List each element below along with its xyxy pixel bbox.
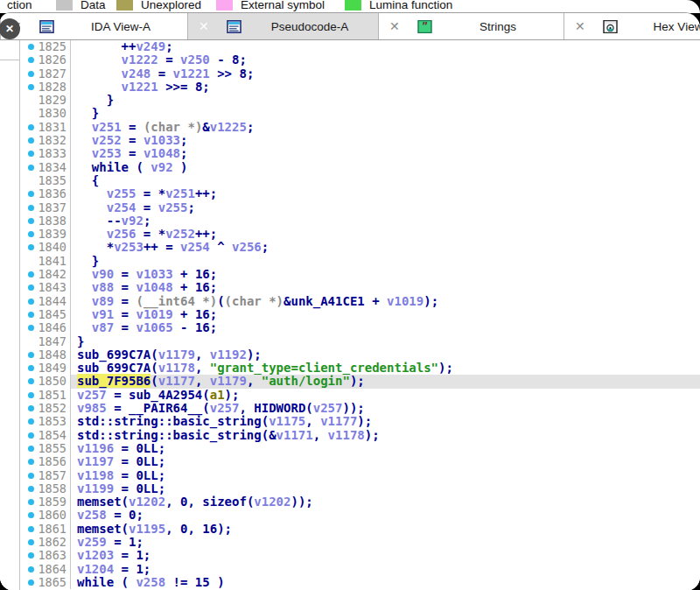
code-line[interactable]: 1842 v90 = v1033 + 16;	[20, 268, 700, 281]
code-text[interactable]: v87 = v1065 - 16;	[71, 321, 700, 334]
code-text[interactable]: std::string::basic_string(&v1171, v1178)…	[71, 429, 700, 442]
tab-pseudocode-a[interactable]: ✕Pseudocode-A	[188, 13, 379, 39]
code-text[interactable]: v1203 = 1;	[71, 549, 700, 562]
code-text[interactable]: *v253++ = v254 ^ v256;	[71, 241, 700, 254]
tab-strings[interactable]: ✕”Strings	[379, 13, 564, 39]
code-text[interactable]: v1198 = 0LL;	[71, 469, 700, 482]
legend-item: Lumina function	[345, 0, 452, 13]
code-line[interactable]: 1831 v251 = (char *)&v1225;	[20, 121, 700, 134]
code-text[interactable]: v254 = v255;	[71, 201, 700, 214]
code-line[interactable]: 1846 v87 = v1065 - 16;	[20, 321, 700, 334]
code-text[interactable]: while ( v258 != 15 )	[71, 576, 700, 589]
code-text[interactable]: v1221 >>= 8;	[71, 81, 700, 94]
code-line[interactable]: 1862v259 = 1;	[20, 536, 700, 549]
code-line[interactable]: 1863v1203 = 1;	[20, 549, 700, 562]
code-text[interactable]: v1204 = 1;	[71, 563, 700, 576]
code-text[interactable]: while ( v92 )	[71, 161, 700, 174]
code-line[interactable]: 1835 {	[20, 174, 700, 187]
tab-hex-view[interactable]: ✕Hex View	[564, 13, 700, 39]
code-line[interactable]: 1855v1196 = 0LL;	[20, 442, 700, 455]
code-text[interactable]: {	[71, 174, 700, 187]
tab-close-icon[interactable]: ✕	[575, 19, 588, 33]
code-text[interactable]: }	[71, 255, 700, 268]
tab-close-icon[interactable]: ✕	[389, 19, 402, 33]
line-marker-dot	[28, 352, 34, 358]
code-text[interactable]: v1197 = 0LL;	[71, 455, 700, 468]
code-line[interactable]: 1850sub_7F95B6(v1177, v1179, "auth/login…	[20, 375, 700, 388]
code-line[interactable]: 1838 --v92;	[20, 214, 700, 228]
code-text[interactable]: v90 = v1033 + 16;	[71, 268, 700, 281]
code-line[interactable]: 1843 v88 = v1048 + 16;	[20, 281, 700, 294]
code-line[interactable]: 1854std::string::basic_string(&v1171, v1…	[20, 429, 700, 442]
code-line[interactable]: 1826 v1222 = v250 - 8;	[20, 53, 700, 67]
tab-close-icon[interactable]: ✕	[199, 19, 212, 33]
code-line[interactable]: 1865while ( v258 != 15 )	[20, 576, 700, 589]
code-line[interactable]: 1858v1199 = 0LL;	[20, 482, 700, 495]
code-text[interactable]: memset(v1195, 0, 16);	[71, 523, 700, 536]
code-listing[interactable]: 1825 ++v249;1826 v1222 = v250 - 8;1827 v…	[20, 40, 700, 590]
code-line[interactable]: 1861memset(v1195, 0, 16);	[20, 523, 700, 536]
code-line[interactable]: 1857v1198 = 0LL;	[20, 469, 700, 482]
code-line[interactable]: 1840 *v253++ = v254 ^ v256;	[20, 241, 700, 254]
code-text[interactable]: v258 = 0;	[71, 509, 700, 522]
code-text[interactable]: v89 = (__int64 *)((char *)&unk_A41CE1 + …	[71, 295, 700, 308]
code-line[interactable]: 1853std::string::basic_string(v1175, v11…	[20, 415, 700, 428]
window-close-button[interactable]: ✕	[0, 18, 20, 39]
code-text[interactable]: v251 = (char *)&v1225;	[71, 121, 700, 134]
code-line[interactable]: 1829 }	[20, 94, 700, 107]
code-line[interactable]: 1827 v248 = v1221 >> 8;	[20, 67, 700, 81]
highlighted-symbol[interactable]: sub_7F95B6	[77, 374, 150, 388]
code-line[interactable]: 1852v985 = __PAIR64__(v257, HIDWORD(v257…	[20, 402, 700, 415]
code-text[interactable]: memset(v1202, 0, sizeof(v1202));	[71, 495, 700, 509]
code-line[interactable]: 1836 v255 = *v251++;	[20, 187, 700, 200]
code-text[interactable]: --v92;	[71, 214, 700, 228]
code-text[interactable]: }	[71, 335, 700, 348]
code-text[interactable]: v1199 = 0LL;	[71, 482, 700, 495]
code-line[interactable]: 1833 v253 = v1048;	[20, 147, 700, 160]
line-marker-dot	[28, 365, 34, 371]
code-text[interactable]: std::string::basic_string(v1175, v1177);	[71, 415, 700, 428]
code-text[interactable]: }	[71, 94, 700, 107]
code-text[interactable]: v91 = v1019 + 16;	[71, 308, 700, 321]
code-text[interactable]: }	[71, 107, 700, 120]
code-text[interactable]: v252 = v1033;	[71, 134, 700, 147]
code-line[interactable]: 1837 v254 = v255;	[20, 201, 700, 214]
code-line[interactable]: 1849sub_699C7A(v1178, "grant_type=client…	[20, 362, 700, 375]
code-text[interactable]: sub_7F95B6(v1177, v1179, "auth/login");	[71, 375, 700, 388]
code-line[interactable]: 1839 v256 = *v252++;	[20, 228, 700, 241]
code-text[interactable]: v259 = 1;	[71, 536, 700, 549]
code-line[interactable]: 1856v1197 = 0LL;	[20, 455, 700, 468]
code-text[interactable]: v257 = sub_4A2954(a1);	[71, 389, 700, 402]
code-text[interactable]: v256 = *v252++;	[71, 228, 700, 241]
line-number: 1836	[20, 187, 71, 200]
code-text[interactable]: v88 = v1048 + 16;	[71, 281, 700, 294]
code-line[interactable]: 1864v1204 = 1;	[20, 563, 700, 576]
code-line[interactable]: 1841 }	[20, 255, 700, 268]
code-text[interactable]: v1222 = v250 - 8;	[71, 53, 700, 67]
line-number: 1837	[20, 201, 71, 214]
code-line[interactable]: 1848sub_699C7A(v1179, v1192);	[20, 348, 700, 362]
code-text[interactable]: sub_699C7A(v1179, v1192);	[71, 348, 700, 362]
code-text[interactable]: v985 = __PAIR64__(v257, HIDWORD(v257));	[71, 402, 700, 415]
code-line[interactable]: 1851v257 = sub_4A2954(a1);	[20, 389, 700, 402]
code-line[interactable]: 1859memset(v1202, 0, sizeof(v1202));	[20, 495, 700, 509]
tab-ida-view-a[interactable]: ✕IDA View-A	[1, 13, 188, 39]
code-line[interactable]: 1828 v1221 >>= 8;	[20, 81, 700, 94]
code-line[interactable]: 1832 v252 = v1033;	[20, 134, 700, 147]
code-line[interactable]: 1860v258 = 0;	[20, 509, 700, 522]
code-line[interactable]: 1825 ++v249;	[20, 40, 700, 53]
code-text[interactable]: v255 = *v251++;	[71, 187, 700, 200]
code-text[interactable]: v248 = v1221 >> 8;	[71, 67, 700, 81]
code-line[interactable]: 1834 while ( v92 )	[20, 161, 700, 174]
code-line[interactable]: 1844 v89 = (__int64 *)((char *)&unk_A41C…	[20, 295, 700, 308]
line-number: 1825	[20, 40, 71, 53]
code-line[interactable]: 1830 }	[20, 107, 700, 120]
code-line[interactable]: 1845 v91 = v1019 + 16;	[20, 308, 700, 321]
code-text[interactable]: v1196 = 0LL;	[71, 442, 700, 455]
line-marker-dot	[28, 473, 34, 479]
code-text[interactable]: ++v249;	[71, 40, 700, 53]
code-text[interactable]: v253 = v1048;	[71, 147, 700, 160]
line-marker-dot	[28, 446, 34, 452]
code-text[interactable]: sub_699C7A(v1178, "grant_type=client_cre…	[71, 362, 700, 375]
code-line[interactable]: 1847}	[20, 335, 700, 348]
